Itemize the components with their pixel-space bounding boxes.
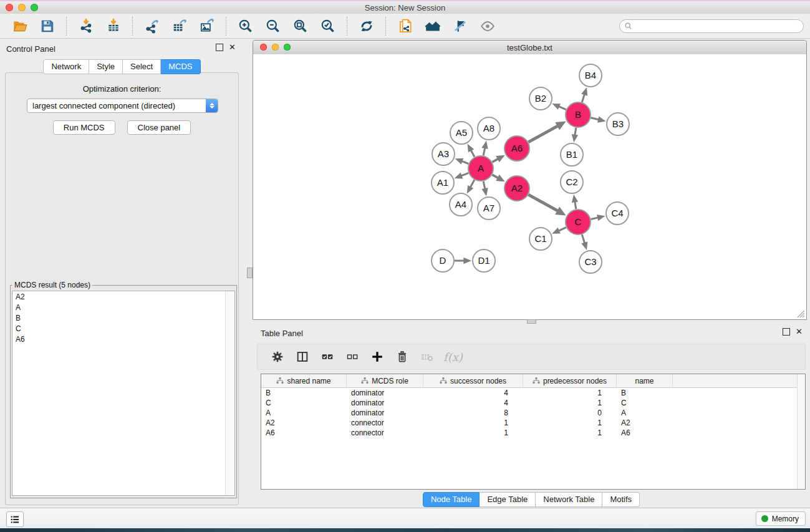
search-input[interactable] bbox=[633, 20, 803, 32]
edge-B-B4[interactable] bbox=[581, 87, 587, 102]
graph-node-B1[interactable]: B1 bbox=[561, 143, 583, 166]
float-table-panel-icon[interactable] bbox=[783, 328, 790, 336]
graph-node-A4[interactable]: A4 bbox=[450, 193, 472, 216]
graph-node-C3[interactable]: C3 bbox=[579, 251, 602, 273]
network-graph[interactable]: B4B2BB3A8A5A6A3B1AA1C2A2A4A7C4CC1DD1C3 bbox=[253, 54, 806, 319]
memory-button[interactable]: Memory bbox=[756, 511, 806, 526]
table-divider-grip[interactable] bbox=[527, 319, 536, 324]
graph-node-A8[interactable]: A8 bbox=[478, 117, 500, 140]
graph-node-A3[interactable]: A3 bbox=[432, 143, 455, 165]
open-session-icon[interactable] bbox=[10, 16, 30, 36]
network-window-title-bar[interactable]: testGlobe.txt bbox=[253, 41, 806, 55]
show-hide-graphics-details-icon[interactable] bbox=[450, 16, 470, 36]
result-item-a[interactable]: A bbox=[12, 302, 234, 312]
edge-D-D1[interactable] bbox=[455, 258, 471, 264]
zoom-out-icon[interactable] bbox=[263, 16, 283, 36]
export-image-icon[interactable] bbox=[197, 16, 217, 36]
graph-node-B[interactable]: B bbox=[566, 102, 591, 127]
table-row-a[interactable]: Adominator80A bbox=[261, 408, 805, 418]
mcds-result-list[interactable]: A2ABCA6 bbox=[12, 291, 235, 496]
zoom-fit-icon[interactable] bbox=[291, 16, 311, 36]
edge-A6-B[interactable] bbox=[528, 122, 566, 142]
home-icon[interactable] bbox=[423, 16, 443, 36]
tab-select[interactable]: Select bbox=[123, 59, 161, 74]
edge-C-C1[interactable] bbox=[552, 228, 566, 234]
tab-edge-table[interactable]: Edge Table bbox=[480, 492, 536, 507]
column-header-shared-name[interactable]: shared name bbox=[261, 374, 347, 387]
run-mcds-button[interactable]: Run MCDS bbox=[53, 120, 115, 135]
add-column-icon[interactable] bbox=[369, 349, 385, 365]
close-panel-icon[interactable]: ✕ bbox=[229, 44, 236, 51]
edge-C-C4[interactable] bbox=[591, 215, 605, 221]
open-session-file-icon[interactable] bbox=[395, 16, 415, 36]
graph-node-A1[interactable]: A1 bbox=[432, 172, 454, 194]
edge-A-A2[interactable] bbox=[492, 175, 504, 182]
result-item-b[interactable]: B bbox=[12, 312, 234, 323]
edge-A-A1[interactable] bbox=[455, 173, 469, 179]
delete-table-icon[interactable] bbox=[419, 349, 435, 365]
show-panels-button[interactable] bbox=[6, 511, 24, 527]
table-row-a2[interactable]: A2connector11A2 bbox=[261, 418, 805, 428]
show-hide-view-icon[interactable] bbox=[478, 16, 498, 36]
tab-mcds[interactable]: MCDS bbox=[161, 59, 200, 74]
tab-motifs[interactable]: Motifs bbox=[602, 492, 640, 507]
zoom-selected-icon[interactable] bbox=[318, 16, 338, 36]
zoom-in-icon[interactable] bbox=[236, 16, 256, 36]
edge-B-B1[interactable] bbox=[572, 128, 578, 142]
edge-A-A7[interactable] bbox=[481, 181, 488, 196]
graph-node-A6[interactable]: A6 bbox=[504, 136, 529, 161]
tab-network[interactable]: Network bbox=[43, 59, 89, 74]
graph-node-A5[interactable]: A5 bbox=[450, 122, 473, 144]
result-item-a2[interactable]: A2 bbox=[12, 291, 234, 302]
graph-node-C4[interactable]: C4 bbox=[606, 202, 629, 225]
column-header-mcds-role[interactable]: MCDS role bbox=[347, 374, 423, 387]
edge-A-A8[interactable] bbox=[481, 141, 488, 156]
table-row-b[interactable]: Bdominator41B bbox=[261, 388, 805, 398]
graph-node-A7[interactable]: A7 bbox=[478, 197, 500, 220]
function-builder-icon[interactable]: f(x) bbox=[443, 351, 463, 364]
fit-columns-icon[interactable] bbox=[294, 349, 311, 365]
table-row-c[interactable]: Cdominator41C bbox=[261, 398, 805, 408]
edge-C-C3[interactable] bbox=[581, 235, 587, 250]
search-box[interactable] bbox=[619, 19, 804, 33]
graph-node-B4[interactable]: B4 bbox=[579, 64, 602, 87]
edge-B-B2[interactable] bbox=[552, 104, 566, 110]
result-item-a6[interactable]: A6 bbox=[12, 334, 234, 344]
edge-A2-C[interactable] bbox=[528, 195, 566, 215]
network-canvas[interactable]: B4B2BB3A8A5A6A3B1AA1C2A2A4A7C4CC1DD1C3 bbox=[253, 54, 806, 319]
panel-divider-grip[interactable] bbox=[247, 268, 253, 278]
table-row-a6[interactable]: A6connector11A6 bbox=[261, 428, 805, 438]
edge-A-A4[interactable] bbox=[467, 180, 475, 193]
graph-node-D[interactable]: D bbox=[432, 249, 454, 272]
column-settings-icon[interactable] bbox=[269, 349, 286, 365]
edge-A-A3[interactable] bbox=[455, 158, 469, 165]
table-scrollbar[interactable] bbox=[797, 374, 805, 489]
select-all-icon[interactable] bbox=[319, 349, 335, 365]
tab-network-table[interactable]: Network Table bbox=[536, 492, 602, 507]
delete-column-icon[interactable] bbox=[394, 349, 410, 365]
tab-style[interactable]: Style bbox=[89, 59, 123, 74]
column-header-successor-nodes[interactable]: successor nodes bbox=[423, 374, 523, 387]
close-panel-button[interactable]: Close panel bbox=[127, 120, 191, 135]
graph-node-C1[interactable]: C1 bbox=[529, 228, 552, 250]
graph-node-A2[interactable]: A2 bbox=[504, 176, 529, 201]
edge-C-C2[interactable] bbox=[572, 195, 578, 209]
deselect-all-icon[interactable] bbox=[344, 349, 360, 365]
graph-node-C[interactable]: C bbox=[566, 210, 591, 235]
graph-node-C2[interactable]: C2 bbox=[561, 171, 583, 193]
result-list-scrollbar[interactable] bbox=[225, 291, 234, 495]
graph-node-A[interactable]: A bbox=[468, 156, 493, 181]
window-resize-grip[interactable] bbox=[795, 308, 805, 318]
graph-node-B3[interactable]: B3 bbox=[607, 113, 629, 135]
close-table-panel-icon[interactable]: ✕ bbox=[796, 329, 803, 335]
edge-A-A5[interactable] bbox=[468, 144, 475, 157]
float-panel-icon[interactable] bbox=[216, 44, 223, 51]
node-table[interactable]: shared nameMCDS rolesuccessor nodesprede… bbox=[261, 374, 806, 490]
save-session-icon[interactable] bbox=[37, 16, 57, 36]
export-network-icon[interactable] bbox=[142, 16, 162, 36]
refresh-icon[interactable] bbox=[357, 16, 377, 36]
import-network-icon[interactable] bbox=[76, 16, 96, 36]
edge-B-B3[interactable] bbox=[591, 116, 605, 122]
optimization-criterion-select[interactable]: largest connected component (directed) bbox=[27, 99, 218, 113]
import-table-icon[interactable] bbox=[104, 16, 123, 36]
